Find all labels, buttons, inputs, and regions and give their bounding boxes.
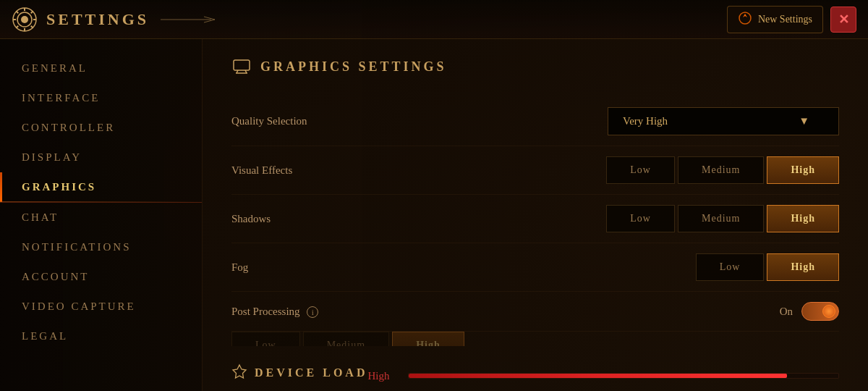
- post-processing-label: Post Processing i: [231, 306, 318, 318]
- partial-btn-2: Medium: [303, 332, 389, 346]
- settings-title: SETTINGS: [46, 10, 149, 29]
- fog-row: Fog Low High: [231, 243, 839, 292]
- device-load-header: DEVICE LOAD: [231, 363, 367, 382]
- shadows-controls: Low Medium High: [606, 205, 839, 232]
- shadows-high-btn[interactable]: High: [767, 205, 839, 232]
- device-load-icon: [231, 363, 247, 382]
- sidebar-item-interface[interactable]: INTERFACE: [0, 83, 202, 113]
- fog-controls: Low High: [696, 253, 839, 281]
- main-layout: SETTINGS New Settings ✕: [0, 0, 868, 391]
- post-processing-toggle-container: On: [780, 302, 839, 321]
- device-load-title: DEVICE LOAD: [255, 366, 367, 379]
- shadows-row: Shadows Low Medium High: [231, 195, 839, 243]
- dropdown-value: Very High: [623, 115, 668, 127]
- dropdown-arrow-icon: ▼: [799, 115, 809, 127]
- header-left: SETTINGS: [12, 7, 218, 33]
- body-layout: GENERAL INTERFACE CONTROLLER DISPLAY GRA…: [0, 39, 868, 391]
- section-title: GRAPHICS SETTINGS: [260, 59, 447, 75]
- partial-btn-1: Low: [231, 332, 300, 346]
- visual-effects-label: Visual Effects: [231, 164, 292, 177]
- quality-selection-dropdown[interactable]: Very High ▼: [608, 107, 839, 135]
- svg-line-10: [16, 25, 18, 28]
- device-load-bar-fill: [409, 374, 786, 378]
- svg-rect-13: [234, 60, 250, 70]
- quality-selection-row: Quality Selection Very High ▼: [231, 97, 839, 146]
- sidebar-item-general[interactable]: GENERAL: [0, 54, 202, 83]
- visual-effects-low-btn[interactable]: Low: [606, 156, 675, 184]
- shadows-low-btn[interactable]: Low: [606, 205, 675, 232]
- post-processing-row: Post Processing i On: [231, 292, 839, 332]
- title-decoration: [161, 15, 218, 24]
- svg-marker-12: [743, 14, 747, 17]
- header-right: New Settings ✕: [727, 6, 856, 33]
- graphics-icon: [231, 56, 252, 77]
- svg-line-8: [31, 25, 33, 28]
- sidebar-item-account[interactable]: ACCOUNT: [0, 262, 202, 292]
- new-settings-button[interactable]: New Settings: [727, 6, 823, 33]
- section-header: GRAPHICS SETTINGS: [231, 56, 839, 77]
- sidebar-item-video-capture[interactable]: VIDEO CAPTURE: [0, 292, 202, 321]
- sidebar: GENERAL INTERFACE CONTROLLER DISPLAY GRA…: [0, 39, 203, 391]
- close-icon: ✕: [838, 12, 849, 28]
- device-load-row: DEVICE LOAD High: [231, 363, 839, 388]
- new-settings-label: New Settings: [758, 14, 812, 25]
- shadows-medium-btn[interactable]: Medium: [678, 205, 764, 232]
- visual-effects-row: Visual Effects Low Medium High: [231, 146, 839, 195]
- svg-point-2: [21, 16, 28, 23]
- toggle-knob: [822, 305, 835, 318]
- shadows-label: Shadows: [231, 213, 271, 225]
- sidebar-item-notifications[interactable]: NOTIFICATIONS: [0, 232, 202, 262]
- content-area: GRAPHICS SETTINGS Quality Selection Very…: [203, 39, 868, 391]
- fog-low-btn[interactable]: Low: [696, 253, 765, 281]
- post-processing-toggle[interactable]: [801, 302, 839, 321]
- fog-high-btn[interactable]: High: [767, 253, 839, 281]
- svg-line-7: [16, 11, 18, 13]
- partial-controls: Low Medium High: [231, 332, 839, 346]
- device-load-section: DEVICE LOAD High: [231, 353, 839, 388]
- sidebar-item-chat[interactable]: CHAT: [0, 203, 202, 232]
- partial-hidden-row: Low Medium High: [231, 332, 839, 346]
- visual-effects-medium-btn[interactable]: Medium: [678, 156, 764, 184]
- fog-label: Fog: [231, 261, 248, 274]
- post-processing-info-icon[interactable]: i: [307, 306, 318, 318]
- device-load-bar-row: High: [367, 370, 839, 382]
- device-load-status: High: [367, 370, 396, 382]
- quality-selection-label: Quality Selection: [231, 115, 307, 127]
- gear-icon: [12, 7, 38, 33]
- partial-btn-3: High: [392, 332, 464, 346]
- post-processing-value: On: [780, 306, 793, 318]
- header: SETTINGS New Settings ✕: [0, 0, 868, 39]
- sidebar-item-graphics[interactable]: GRAPHICS: [0, 172, 202, 203]
- visual-effects-controls: Low Medium High: [606, 156, 839, 184]
- visual-effects-high-btn[interactable]: High: [767, 156, 839, 184]
- close-button[interactable]: ✕: [830, 7, 856, 33]
- sidebar-item-display[interactable]: DISPLAY: [0, 143, 202, 172]
- device-load-bar-container: [408, 373, 839, 379]
- sidebar-item-legal[interactable]: LEGAL: [0, 321, 202, 351]
- new-settings-icon: [738, 11, 752, 28]
- svg-line-9: [31, 11, 33, 13]
- sidebar-item-controller[interactable]: CONTROLLER: [0, 113, 202, 143]
